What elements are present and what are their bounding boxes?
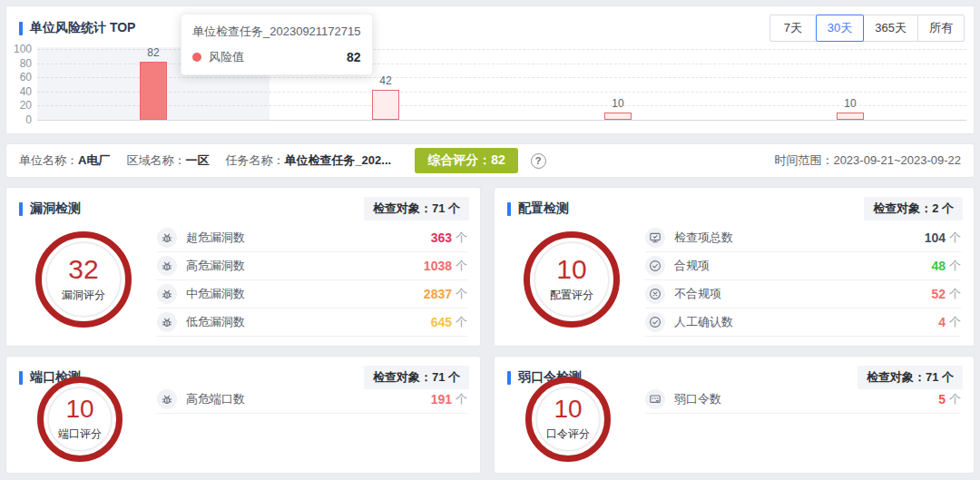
metric-unit: 个 <box>949 286 961 302</box>
y-axis-tick: 20 <box>8 99 32 112</box>
tooltip-series-label: 风险值 <box>209 49 244 65</box>
check-object-value: 71 <box>926 370 938 384</box>
task-name-label: 任务名称： <box>225 153 284 167</box>
metric-label: 检查项总数 <box>674 230 733 246</box>
metric-value: 104 <box>925 230 946 245</box>
check-object-unit: 个 <box>448 201 460 215</box>
bar-chart-plot: 100 80 60 40 20 0 82 42 10 10 <box>37 49 966 120</box>
metric-value: 2837 <box>424 287 452 301</box>
check-object-unit: 个 <box>942 370 954 384</box>
unit-name-value: A电厂 <box>78 153 110 167</box>
title-accent-bar <box>507 371 511 385</box>
check-object-label: 检查对象： <box>873 201 932 215</box>
tooltip-value: 82 <box>305 50 361 64</box>
y-axis-tick: 40 <box>8 85 32 98</box>
score-number: 32 <box>68 256 98 283</box>
chart-bar[interactable] <box>837 113 864 120</box>
metric-unit: 个 <box>949 314 961 330</box>
bar-value-label: 10 <box>612 97 623 110</box>
title-accent-bar <box>19 202 23 216</box>
risk-statistics-card: 单位风险统计 TOP 7天 30天 365天 所有 100 80 60 40 2… <box>5 5 975 134</box>
check-object-unit: 个 <box>448 370 460 384</box>
bar-value-label: 10 <box>844 97 856 110</box>
check-circle-icon <box>645 256 665 276</box>
metric-rows: 高危端口数 191 个 <box>157 386 467 414</box>
bar-group: 10 <box>604 97 632 120</box>
metric-row: 合规项 48 个 <box>645 252 961 280</box>
unit-name-field: 单位名称：A电厂 <box>19 152 110 169</box>
series-marker-icon <box>192 53 201 62</box>
check-object-label: 检查对象： <box>867 370 926 384</box>
metric-label: 超危漏洞数 <box>186 230 245 246</box>
metric-row: 高危端口数 191 个 <box>157 386 467 414</box>
bar-value-label: 82 <box>147 46 159 59</box>
range-button-all[interactable]: 所有 <box>917 15 965 42</box>
bar-group: 42 <box>372 74 399 120</box>
chart-tooltip: 单位检查任务_20230921172715 风险值 82 <box>181 14 373 75</box>
check-object-label: 检查对象： <box>373 201 432 215</box>
title-accent-bar <box>507 202 511 216</box>
metric-label: 高危端口数 <box>186 391 245 407</box>
range-button-30d[interactable]: 30天 <box>816 15 864 42</box>
metric-unit: 个 <box>456 258 467 274</box>
metric-label: 弱口令数 <box>674 391 721 407</box>
vulnerability-detection-card: 漏洞检测 检查对象：71 个 32 漏洞评分 超危漏洞数 363 个 高危漏洞数… <box>5 187 481 347</box>
metric-label: 中危漏洞数 <box>186 286 245 302</box>
metric-label: 人工确认数 <box>674 314 733 330</box>
metric-unit: 个 <box>456 391 467 407</box>
task-summary-bar: 单位名称：A电厂 区域名称：一区 任务名称：单位检查任务_202... 综合评分… <box>5 143 975 178</box>
password-icon <box>645 389 665 409</box>
y-axis-tick: 0 <box>8 113 32 126</box>
bug-icon <box>157 284 177 304</box>
tooltip-title: 单位检查任务_20230921172715 <box>192 24 361 40</box>
bug-icon <box>157 256 177 276</box>
bug-icon <box>157 389 177 409</box>
monitor-check-icon <box>645 228 665 248</box>
check-object-badge: 检查对象：71 个 <box>364 197 469 220</box>
metric-value: 5 <box>938 392 946 407</box>
metric-label: 合规项 <box>674 258 710 274</box>
metric-label: 高危漏洞数 <box>186 258 245 274</box>
y-axis-tick: 60 <box>8 71 32 83</box>
help-question-icon[interactable]: ? <box>531 153 546 169</box>
bar-group: 10 <box>837 97 864 120</box>
bar-value-label: 42 <box>379 74 391 87</box>
metric-row: 不合规项 52 个 <box>645 280 961 309</box>
metric-value: 363 <box>431 230 452 245</box>
check-object-badge: 检查对象：2 个 <box>864 197 963 220</box>
metric-row: 检查项总数 104 个 <box>645 224 961 252</box>
metric-row: 人工确认数 4 个 <box>645 309 961 337</box>
metric-value: 52 <box>931 287 946 301</box>
card-title-block: 漏洞检测 <box>19 201 81 217</box>
chart-bar[interactable] <box>140 62 167 120</box>
card-header: 配置检测 检查对象：2 个 <box>495 188 974 226</box>
unit-name-label: 单位名称： <box>19 153 78 167</box>
check-object-unit: 个 <box>942 201 954 215</box>
chart-bar[interactable] <box>372 90 399 120</box>
weak-password-detection-card: 弱口令检测 检查对象：71 个 10 口令评分 弱口令数 5 个 <box>494 356 975 474</box>
bar-group: 82 <box>140 46 167 120</box>
metric-value: 191 <box>431 392 452 407</box>
check-object-value: 2 <box>932 201 938 215</box>
metric-unit: 个 <box>949 258 961 274</box>
area-name-field: 区域名称：一区 <box>126 152 209 169</box>
check-object-value: 71 <box>432 201 445 215</box>
range-button-7d[interactable]: 7天 <box>769 15 817 42</box>
chart-bar[interactable] <box>604 113 632 120</box>
metric-rows: 检查项总数 104 个 合规项 48 个 不合规项 52 个 人工确认数 4 个 <box>645 224 961 337</box>
score-gauge-inner: 10 配置评分 <box>534 241 610 318</box>
score-gauge: 10 口令评分 <box>525 377 611 462</box>
score-label: 端口评分 <box>58 426 102 442</box>
configuration-detection-card: 配置检测 检查对象：2 个 10 配置评分 检查项总数 104 个 合规项 48… <box>494 187 975 347</box>
metric-unit: 个 <box>949 391 961 407</box>
overall-score-badge: 综合评分：82 <box>415 148 518 173</box>
metric-value: 1038 <box>424 259 452 273</box>
time-range-value: 2023-09-21~2023-09-22 <box>833 153 961 167</box>
metric-row: 弱口令数 5 个 <box>645 386 961 414</box>
score-number: 10 <box>556 256 586 283</box>
chart-title: 单位风险统计 TOP <box>30 20 135 36</box>
score-number: 10 <box>65 397 93 422</box>
score-gauge-inner: 10 端口评分 <box>47 387 113 452</box>
range-button-365d[interactable]: 365天 <box>863 15 918 42</box>
check-circle-icon <box>645 312 665 332</box>
